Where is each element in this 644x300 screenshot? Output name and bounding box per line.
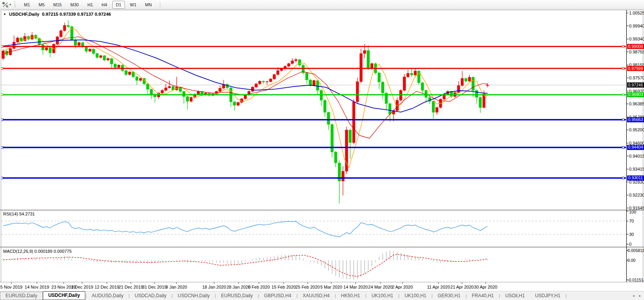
line-drag-handle	[1, 68, 3, 70]
chart-tab-fra40-h1[interactable]: FRA40,H1	[467, 292, 499, 300]
svg-text:100: 100	[629, 210, 636, 214]
timeframe-button-m1[interactable]: M1	[20, 1, 33, 9]
price-chart-canvas[interactable]: 1.005250.999400.993400.987550.981550.975…	[0, 9, 644, 291]
line-drag-handle	[1, 94, 3, 96]
svg-text:0.93415: 0.93415	[629, 167, 644, 171]
svg-text:0.005818: 0.005818	[627, 248, 644, 253]
line-drag-handle	[1, 46, 3, 48]
macd-indicator-label: MACD(12,26,9) 0.000189 0.000775	[3, 249, 72, 254]
chart-tab-ger30-h1[interactable]: GER30,H1	[433, 292, 466, 300]
svg-text:1.00525: 1.00525	[629, 11, 644, 15]
svg-text:3 Dec 2019: 3 Dec 2019	[71, 285, 93, 289]
line-drag-handle	[622, 68, 624, 70]
svg-text:11 Apr 2020: 11 Apr 2020	[427, 285, 450, 289]
tab-scroll-left-icon[interactable]: ◂	[633, 294, 635, 298]
svg-text:30: 30	[629, 232, 634, 237]
svg-text:0.96803: 0.96803	[628, 92, 643, 97]
chart-title-text: USDCHF,Daily 0.97215 0.97339 0.97137 0.9…	[9, 12, 111, 17]
toolbar-grip-handle[interactable]	[15, 2, 17, 7]
top-toolbar: ▾ M1M5M15M30H1H4D1W1MN	[0, 0, 644, 9]
svg-text:5 Mar 2020: 5 Mar 2020	[320, 285, 342, 289]
chart-tab-xauusd-h4[interactable]: XAUUSD,H4	[297, 292, 335, 300]
chart-tabs: EURUSD,DailyUSDCHF,Daily|AUDUSD,Daily|US…	[0, 291, 567, 300]
chart-tab-gbpusd-h4[interactable]: GBPUSD,H4	[259, 292, 296, 300]
timeframe-button-m15[interactable]: M15	[50, 1, 65, 9]
line-drag-handle	[622, 177, 624, 179]
chart-window[interactable]: 1.005250.999400.993400.987550.981550.975…	[0, 9, 644, 291]
svg-text:70: 70	[629, 219, 634, 223]
svg-text:15 Feb 2020: 15 Feb 2020	[272, 285, 296, 289]
chart-tab-eurusd-daily[interactable]: EURUSD,Daily	[0, 292, 43, 300]
chart-tab-usdcnh-daily[interactable]: USDCNH,Daily	[172, 292, 215, 300]
line-drag-handle	[622, 146, 624, 148]
timeframe-button-h4[interactable]: H4	[98, 1, 110, 9]
toolbar-separator	[160, 2, 160, 8]
svg-text:21 Apr 2020: 21 Apr 2020	[450, 285, 473, 289]
timeframe-button-w1[interactable]: W1	[127, 1, 140, 9]
chart-tab-hk50-h1[interactable]: HK50,H1	[336, 292, 365, 300]
svg-text:0.96385: 0.96385	[629, 101, 644, 106]
rsi-indicator-label: RSI(14) 54.2731	[3, 212, 35, 216]
svg-text:0.94404: 0.94404	[628, 145, 643, 149]
line-studies-icon[interactable]	[2, 2, 9, 8]
collapse-arrow-icon[interactable]: ▼	[3, 13, 6, 16]
chart-tab-eurusd-daily[interactable]: EURUSD,Daily	[216, 292, 258, 300]
line-drag-handle	[622, 46, 624, 48]
timeframe-button-h1[interactable]: H1	[84, 1, 96, 9]
svg-text:0.98755: 0.98755	[629, 50, 644, 54]
chart-tab-bar: EURUSD,DailyUSDCHF,Daily|AUDUSD,Daily|US…	[0, 291, 644, 300]
tab-scroll-arrows: ◂ ▸	[633, 291, 641, 300]
svg-text:25 Feb 2020: 25 Feb 2020	[295, 285, 320, 289]
svg-text:30 Apr 2020: 30 Apr 2020	[474, 285, 497, 289]
svg-text:12 Dec 2019: 12 Dec 2019	[95, 285, 119, 289]
svg-text:31 Dec 2019: 31 Dec 2019	[142, 285, 167, 289]
chart-title: ▼USDCHF,Daily 0.97215 0.97339 0.97137 0.…	[3, 12, 111, 17]
svg-text:24 Mar 2020: 24 Mar 2020	[368, 285, 393, 289]
line-drag-handle	[622, 119, 624, 121]
line-drag-handle	[1, 119, 3, 121]
svg-text:0.95663: 0.95663	[628, 117, 643, 122]
svg-text:5 Nov 2019: 5 Nov 2019	[0, 285, 22, 289]
timeframe-button-mn[interactable]: MN	[141, 1, 155, 9]
svg-text:2 Apr 2020: 2 Apr 2020	[392, 285, 413, 289]
svg-text:0.92230: 0.92230	[629, 193, 644, 197]
svg-text:21 Dec 2019: 21 Dec 2019	[119, 285, 143, 289]
svg-text:0.99940: 0.99940	[629, 24, 644, 28]
line-drag-handle	[622, 94, 624, 96]
svg-text:-0.011514: -0.011514	[627, 278, 644, 282]
svg-text:9 Jan 2020: 9 Jan 2020	[166, 285, 187, 289]
chart-tab-uk100-h1[interactable]: UK100,H1	[400, 292, 431, 300]
chevron-down-icon[interactable]: ▾	[9, 3, 11, 6]
svg-text:28 Jan 2020: 28 Jan 2020	[227, 285, 251, 289]
svg-text:6 Feb 2020: 6 Feb 2020	[248, 285, 270, 289]
chart-tab-audusd-daily[interactable]: AUDUSD,Daily	[86, 292, 128, 300]
svg-text:0.00: 0.00	[627, 258, 636, 263]
svg-text:0: 0	[629, 242, 631, 247]
svg-text:0.97570: 0.97570	[629, 75, 644, 80]
svg-text:0.94015: 0.94015	[629, 154, 644, 158]
timeframe-button-m5[interactable]: M5	[35, 1, 48, 9]
tab-separator: |	[565, 293, 567, 298]
line-drag-handle	[1, 177, 3, 179]
timeframe-toolbar: M1M5M15M30H1H4D1W1MN	[20, 1, 157, 9]
chart-tab-usoil-h1[interactable]: USOil,H1	[500, 292, 530, 300]
chart-tab-uk100-h1[interactable]: UK100,H1	[366, 292, 398, 300]
chart-tab-usdjpy-h1[interactable]: USDJPY,H1	[530, 292, 565, 300]
timeframe-button-d1[interactable]: D1	[112, 1, 125, 9]
tab-scroll-right-icon[interactable]: ▸	[639, 294, 641, 298]
svg-text:14 Mar 2020: 14 Mar 2020	[343, 285, 368, 289]
svg-text:0.97999: 0.97999	[628, 66, 643, 71]
svg-text:0.99000: 0.99000	[628, 44, 643, 49]
timeframe-button-m30[interactable]: M30	[67, 1, 82, 9]
svg-text:0.99340: 0.99340	[629, 37, 644, 41]
svg-text:0.93011: 0.93011	[628, 175, 643, 180]
line-drag-handle	[1, 146, 3, 148]
svg-text:0.95200: 0.95200	[629, 127, 644, 132]
svg-text:14 Nov 2019: 14 Nov 2019	[25, 285, 49, 289]
chart-tab-usdchf-daily[interactable]: USDCHF,Daily	[43, 291, 86, 300]
svg-text:18 Jan 2020: 18 Jan 2020	[202, 285, 226, 289]
svg-text:0.97246: 0.97246	[628, 83, 643, 87]
chart-tab-usdcad-daily[interactable]: USDCAD,Daily	[130, 292, 172, 300]
